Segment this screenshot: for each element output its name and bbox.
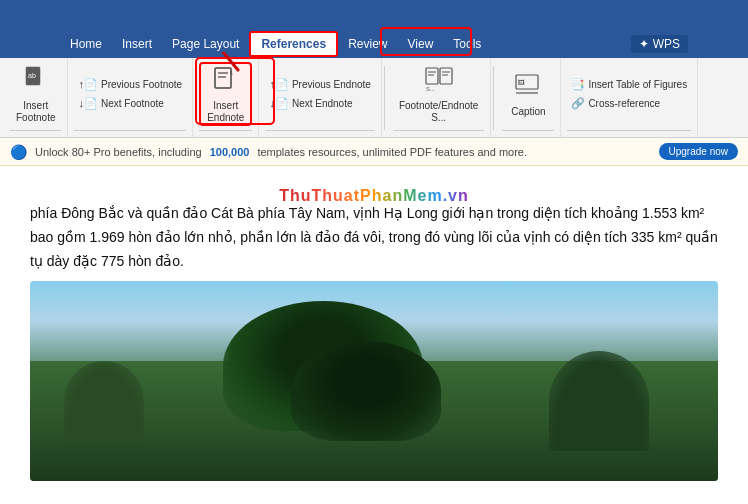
menu-references[interactable]: References (249, 31, 338, 57)
caption-label: Caption (511, 106, 545, 118)
previous-endnote-label: Previous Endnote (292, 79, 371, 90)
previous-endnote-button[interactable]: ↑📄 Previous Endnote (265, 76, 374, 94)
footnote-nav-label (74, 130, 186, 133)
cross-ref-icon: 🔗 (571, 97, 585, 110)
ribbon-group-footnote-nav: ↑📄 Previous Footnote ↓📄 Next Footnote (68, 58, 193, 137)
fn-settings-group-label (393, 130, 485, 133)
prev-footnote-icon: ↑📄 (78, 78, 98, 91)
svg-rect-7 (426, 68, 438, 84)
upgrade-button[interactable]: Upgrade now (659, 143, 738, 160)
endnote-group-label (199, 130, 252, 133)
next-footnote-icon: ↓📄 (78, 97, 98, 110)
cross-reference-button[interactable]: 🔗 Cross-reference (567, 95, 691, 113)
notif-text2: templates resources, unlimited PDF featu… (257, 146, 527, 158)
next-endnote-icon: ↓📄 (269, 97, 289, 110)
next-endnote-label: Next Endnote (292, 98, 353, 109)
footnote-endnote-settings-button[interactable]: S... Footnote/EndnoteS... (393, 62, 485, 126)
caption-group-label (502, 130, 554, 133)
menu-bar: Home Insert Page Layout References Revie… (0, 30, 748, 58)
previous-footnote-label: Previous Footnote (101, 79, 182, 90)
svg-text:S...: S... (426, 86, 435, 92)
figures-group-label (567, 130, 691, 133)
insert-table-figures-label: Insert Table of Figures (588, 79, 687, 90)
menu-insert[interactable]: Insert (112, 33, 162, 55)
svg-text:ab: ab (28, 72, 36, 79)
menu-page-layout[interactable]: Page Layout (162, 33, 249, 55)
svg-text:🖼: 🖼 (518, 79, 525, 86)
table-figures-icon: 📑 (571, 78, 585, 91)
footnote-group-label (10, 130, 61, 133)
next-footnote-button[interactable]: ↓📄 Next Footnote (74, 95, 186, 113)
ribbon-group-fn-settings: S... Footnote/EndnoteS... (387, 58, 492, 137)
insert-endnote-button[interactable]: 1 InsertEndnote (199, 62, 252, 126)
insert-table-figures-button[interactable]: 📑 Insert Table of Figures (567, 76, 691, 94)
menu-view[interactable]: View (398, 33, 444, 55)
ribbon: ab 1 InsertFootnote ↑📄 Previous Footnote… (0, 58, 748, 138)
previous-footnote-button[interactable]: ↑📄 Previous Footnote (74, 76, 186, 94)
document-image (30, 281, 718, 481)
insert-endnote-icon: 1 (212, 65, 240, 96)
title-bar (0, 0, 748, 30)
ribbon-group-footnote: ab 1 InsertFootnote (4, 58, 68, 137)
menu-tools[interactable]: Tools (443, 33, 491, 55)
ribbon-group-endnote: 1 InsertEndnote (193, 58, 259, 137)
endnote-nav-label (265, 130, 374, 133)
endnote-nav-group: ↑📄 Previous Endnote ↓📄 Next Endnote (265, 62, 374, 126)
ribbon-group-caption: 🖼 Caption (496, 58, 561, 137)
svg-rect-10 (440, 68, 452, 84)
caption-button[interactable]: 🖼 Caption (503, 62, 553, 126)
notif-text: Unlock 80+ Pro benefits, including (35, 146, 202, 158)
ribbon-group-endnote-nav: ↑📄 Previous Endnote ↓📄 Next Endnote (259, 58, 381, 137)
fn-settings-label: Footnote/EndnoteS... (399, 100, 479, 124)
notif-icon: 🔵 (10, 144, 27, 160)
insert-footnote-label: InsertFootnote (16, 100, 55, 124)
cross-reference-label: Cross-reference (588, 98, 660, 109)
wps-button[interactable]: ✦ WPS (631, 35, 688, 53)
document-paragraph: phía Đông Bắc và quần đảo Cát Bà phía Tâ… (30, 182, 718, 273)
svg-text:1: 1 (38, 69, 41, 75)
fn-settings-icon: S... (424, 65, 454, 96)
next-footnote-label: Next Footnote (101, 98, 164, 109)
svg-rect-3 (215, 68, 231, 88)
insert-footnote-icon: ab 1 (22, 64, 50, 96)
menu-home[interactable]: Home (60, 33, 112, 55)
prev-endnote-icon: ↑📄 (269, 78, 289, 91)
insert-footnote-button[interactable]: ab 1 InsertFootnote (10, 62, 61, 126)
caption-icon: 🖼 (514, 71, 542, 102)
insert-endnote-label: InsertEndnote (207, 100, 244, 124)
wps-label: WPS (653, 37, 680, 51)
figures-group: 📑 Insert Table of Figures 🔗 Cross-refere… (567, 62, 691, 126)
ribbon-group-figures: 📑 Insert Table of Figures 🔗 Cross-refere… (561, 58, 698, 137)
next-endnote-button[interactable]: ↓📄 Next Endnote (265, 95, 374, 113)
notif-highlight: 100,000 (210, 146, 250, 158)
notification-bar: 🔵 Unlock 80+ Pro benefits, including 100… (0, 138, 748, 166)
wps-plus-icon: ✦ (639, 37, 649, 51)
svg-text:1: 1 (230, 70, 234, 76)
menu-review[interactable]: Review (338, 33, 397, 55)
footnote-nav-group: ↑📄 Previous Footnote ↓📄 Next Footnote (74, 62, 186, 126)
document-content: ThuThuatPhanMem.vn phía Đông Bắc và quần… (0, 166, 748, 504)
